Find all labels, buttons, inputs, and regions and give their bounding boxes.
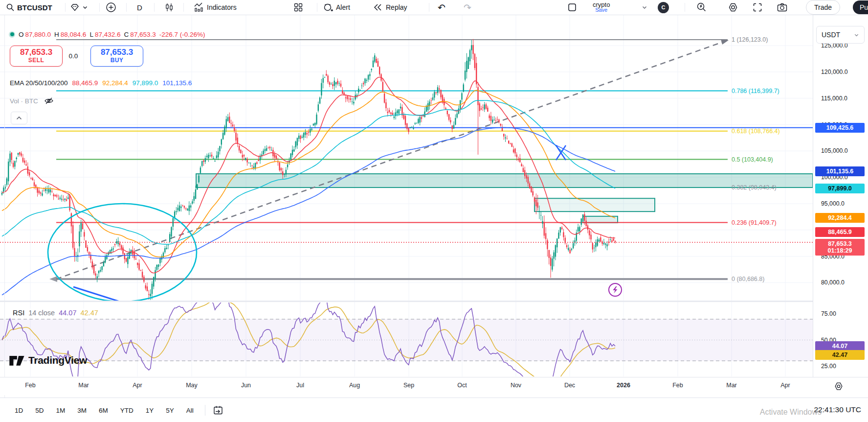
gem-icon	[70, 2, 80, 12]
rsi-legend[interactable]: RSI 14 close 44.07 42.47	[11, 308, 100, 317]
layout-menu-chevron[interactable]	[642, 0, 647, 15]
fib-level-label[interactable]: 0.382 (98,043.4)	[732, 184, 777, 191]
fib-level-label[interactable]: 0.786 (116,399.7)	[732, 88, 779, 94]
price-axis-tick: 105,000.0	[821, 147, 848, 154]
chevron-down-icon	[82, 4, 88, 10]
compare-add-button[interactable]	[106, 0, 116, 15]
save-label[interactable]: Save	[595, 7, 607, 13]
pane-collapse-button[interactable]	[11, 112, 27, 124]
bottom-toolbar: 1D5D1M3M6MYTD1Y5YAll Activate Windows 22…	[0, 398, 868, 422]
ohlc-l-key: L	[89, 31, 93, 38]
layout-name-save[interactable]: crypto Save	[593, 0, 610, 15]
range-button-1d[interactable]: 1D	[11, 404, 27, 417]
interval-label: D	[137, 3, 142, 12]
fib-level-label[interactable]: 0.236 (91,409.7)	[732, 219, 777, 226]
search-icon	[6, 3, 15, 12]
time-axis-label: Feb	[25, 382, 36, 389]
price-badge: 101,135.6	[815, 166, 865, 176]
quick-search-button[interactable]	[696, 0, 707, 15]
gear-icon	[728, 2, 738, 13]
range-button-1y[interactable]: 1Y	[142, 404, 158, 417]
range-button-6m[interactable]: 6M	[95, 404, 112, 417]
ema-50-value: 92,284.4	[102, 79, 128, 87]
rsi-badge: 42.47	[815, 350, 865, 360]
time-axis-label: Oct	[457, 382, 467, 389]
time-axis-settings-gear-icon[interactable]	[834, 381, 844, 391]
ellipse-drawing	[48, 204, 197, 302]
price-axis[interactable]: USDT 125,000.0120,000.0115,000.0110,000.…	[813, 15, 868, 395]
price-axis-tick: 95,000.0	[821, 200, 845, 207]
lightning-search-icon	[696, 2, 707, 13]
fullscreen-button[interactable]	[752, 0, 763, 15]
time-axis-label: Nov	[511, 382, 521, 389]
rsi-params: 14 close	[28, 309, 55, 317]
undo-button[interactable]: ↶	[438, 0, 445, 15]
range-button-1m[interactable]: 1M	[52, 404, 69, 417]
lightning-icon	[609, 283, 622, 296]
price-badge: 88,465.9	[815, 227, 865, 237]
watchlist-menu[interactable]	[70, 0, 88, 15]
publish-button[interactable]: Pu	[853, 0, 868, 15]
rsi-title: RSI	[13, 309, 24, 317]
top-toolbar: BTCUSDT D	[0, 0, 868, 15]
chart-style-button[interactable]	[164, 0, 174, 15]
tradingview-logo[interactable]: TradingView	[8, 352, 87, 369]
redo-button[interactable]: ↷	[464, 0, 471, 15]
layout-select-button[interactable]	[567, 0, 577, 15]
ema-legend[interactable]: EMA 20/50/100/200 88,465.9 92,284.4 97,8…	[10, 79, 192, 87]
trendline-drawing	[73, 287, 121, 302]
range-button-5y[interactable]: 5Y	[162, 404, 178, 417]
footer-divider	[205, 405, 205, 416]
volume-legend[interactable]: Vol · BTC	[10, 97, 54, 105]
fib-level-label[interactable]: 0.618 (108,766.4)	[732, 128, 780, 135]
layout-square-icon	[567, 2, 577, 12]
indicators-button[interactable]: Indicators	[194, 0, 237, 15]
range-button-all[interactable]: All	[182, 404, 198, 417]
left-toolbar-edge	[4, 15, 5, 398]
currency-label: USDT	[822, 31, 840, 39]
symbol-search[interactable]: BTCUSDT	[6, 0, 52, 15]
snapshot-button[interactable]	[777, 0, 788, 15]
ohlc-c-value: 87,653.3	[130, 31, 156, 38]
avatar[interactable]: C	[658, 2, 669, 13]
date-range-row: 1D5D1M3M6MYTD1Y5YAll	[11, 398, 223, 422]
time-axis-label: Apr	[133, 382, 142, 389]
alert-button[interactable]: Alert	[323, 0, 350, 15]
fib-level-label[interactable]: 1 (126,123.0)	[732, 36, 768, 43]
price-axis-tick: 115,000.0	[821, 95, 847, 102]
interval-button[interactable]: D	[137, 0, 142, 15]
grid-icon	[293, 2, 303, 12]
sell-button[interactable]: 87,653.3 SELL	[10, 46, 63, 67]
replay-button[interactable]: Replay	[373, 0, 407, 15]
buy-button[interactable]: 87,653.3 BUY	[90, 46, 143, 67]
user-menu[interactable]: C	[658, 0, 669, 15]
settings-button[interactable]	[728, 0, 738, 15]
price-badge: 109,425.6	[815, 123, 865, 133]
currency-toggle[interactable]: USDT	[816, 26, 865, 44]
rsi-ma-value: 42.47	[80, 309, 98, 317]
range-button-ytd[interactable]: YTD	[116, 404, 137, 417]
ohlc-h-value: 88,084.6	[61, 31, 87, 38]
indicators-label: Indicators	[207, 3, 237, 11]
trade-button[interactable]: Trade	[806, 0, 840, 15]
tradingview-wordmark: TradingView	[28, 354, 87, 366]
go-to-date-calendar-icon[interactable]	[213, 405, 223, 416]
ema-20-value: 88,465.9	[72, 79, 98, 87]
fib-level-label[interactable]: 0.5 (103,404.9)	[732, 156, 773, 163]
eye-off-icon[interactable]	[44, 97, 54, 105]
fib-level-label[interactable]: 0 (80,686.8)	[732, 276, 764, 282]
price-badge: 87,653.301:18:29	[815, 239, 865, 256]
time-axis-label: Feb	[672, 382, 683, 389]
chevron-up-icon	[16, 116, 22, 120]
range-button-5d[interactable]: 5D	[31, 404, 47, 417]
pane-divider[interactable]	[0, 301, 868, 302]
layout-templates-button[interactable]	[293, 0, 303, 15]
range-button-3m[interactable]: 3M	[73, 404, 90, 417]
time-axis[interactable]: FebMarAprMayJunJulAugSepOctNovDec2026Feb…	[0, 377, 868, 395]
ohlc-legend: O 87,880.0 H 88,084.6 L 87,432.6 C 87,65…	[9, 29, 205, 39]
alarm-plus-icon	[323, 2, 334, 13]
time-axis-label: Dec	[564, 382, 575, 389]
rsi-axis-tick: 25.00	[821, 363, 836, 370]
volume-legend-title: Vol · BTC	[10, 97, 38, 105]
buy-price: 87,653.3	[101, 48, 133, 56]
